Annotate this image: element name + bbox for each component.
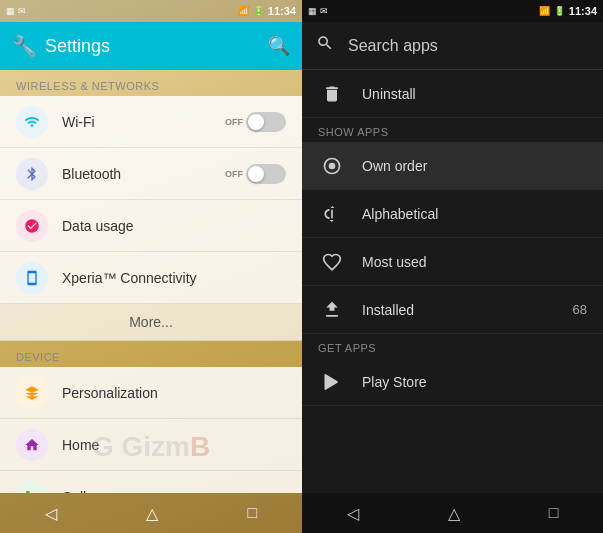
battery-icon-left: 🔋 [253, 6, 264, 16]
xperia-icon [16, 262, 48, 294]
bt-toggle-container: OFF [225, 164, 286, 184]
most-used-icon [318, 248, 346, 276]
status-right-info: 📶 🔋 11:34 [539, 5, 597, 17]
svg-point-1 [329, 162, 336, 169]
wifi-label: Wi-Fi [62, 114, 225, 130]
drawer-item-uninstall[interactable]: Uninstall [302, 70, 603, 118]
recents-button-right[interactable]: □ [541, 496, 567, 530]
settings-item-bluetooth[interactable]: Bluetooth OFF [0, 148, 302, 200]
app-drawer-panel: ▦ ✉ 📶 🔋 11:34 Search apps Uninstall SHOW… [302, 0, 603, 533]
settings-panel: ▦ ✉ 📶 🔋 11:34 🔧 Settings 🔍 WIRELESS & NE… [0, 0, 302, 533]
drawer-item-most-used[interactable]: Most used [302, 238, 603, 286]
nav-bar-left: ◁ △ □ [0, 493, 302, 533]
drawer-search-icon [316, 34, 334, 57]
settings-item-home[interactable]: Home [0, 419, 302, 471]
section-header-wireless: WIRELESS & NETWORKS [0, 70, 302, 96]
wifi-toggle[interactable] [246, 112, 286, 132]
show-apps-header: SHOW APPS [302, 118, 603, 142]
time-right: 11:34 [569, 5, 597, 17]
drawer-item-installed[interactable]: Installed 68 [302, 286, 603, 334]
alphabetical-icon [318, 200, 346, 228]
settings-item-call[interactable]: Call [0, 471, 302, 493]
bluetooth-toggle[interactable] [246, 164, 286, 184]
more-item[interactable]: More... [0, 304, 302, 341]
own-order-label: Own order [362, 158, 587, 174]
sim-icon-right: ✉ [320, 6, 328, 16]
bt-toggle-knob [248, 166, 264, 182]
drawer-item-play-store[interactable]: Play Store [302, 358, 603, 406]
back-button-right[interactable]: ◁ [339, 496, 367, 531]
uninstall-icon [318, 80, 346, 108]
wifi-icon [16, 106, 48, 138]
data-usage-label: Data usage [62, 218, 286, 234]
home-button-left[interactable]: △ [138, 496, 166, 531]
recents-button-left[interactable]: □ [240, 496, 266, 530]
own-order-icon [318, 152, 346, 180]
settings-title: Settings [45, 36, 110, 57]
signal-icon-right: 📶 [539, 6, 550, 16]
settings-content: WIRELESS & NETWORKS Wi-Fi OFF Bluetooth … [0, 70, 302, 493]
section-header-device: DEVICE [0, 341, 302, 367]
drawer-item-alphabetical[interactable]: Alphabetical [302, 190, 603, 238]
play-store-icon [318, 368, 346, 396]
wifi-toggle-knob [248, 114, 264, 130]
status-bar-right: ▦ ✉ 📶 🔋 11:34 [302, 0, 603, 22]
wifi-toggle-container: OFF [225, 112, 286, 132]
home-button-right[interactable]: △ [440, 496, 468, 531]
settings-item-data-usage[interactable]: Data usage [0, 200, 302, 252]
sim-icon: ✉ [18, 6, 26, 16]
more-label: More... [129, 314, 173, 330]
drawer-content: Uninstall SHOW APPS Own order Alphabetic… [302, 70, 603, 493]
home-label: Home [62, 437, 286, 453]
installed-icon [318, 296, 346, 324]
time-left: 11:34 [268, 5, 296, 17]
nav-bar-right: ◁ △ □ [302, 493, 603, 533]
personalization-icon [16, 377, 48, 409]
personalization-label: Personalization [62, 385, 286, 401]
search-button[interactable]: 🔍 [268, 35, 290, 57]
call-icon [16, 481, 48, 494]
settings-item-wifi[interactable]: Wi-Fi OFF [0, 96, 302, 148]
drawer-item-own-order[interactable]: Own order [302, 142, 603, 190]
data-usage-icon [16, 210, 48, 242]
installed-badge: 68 [573, 302, 587, 317]
search-apps-label: Search apps [348, 37, 438, 55]
xperia-label: Xperia™ Connectivity [62, 270, 286, 286]
installed-label: Installed [362, 302, 573, 318]
home-icon [16, 429, 48, 461]
status-icons-right: ▦ ✉ [308, 6, 328, 16]
bluetooth-label: Bluetooth [62, 166, 225, 182]
play-store-label: Play Store [362, 374, 587, 390]
drawer-toolbar: Search apps [302, 22, 603, 70]
settings-wrench-icon: 🔧 [12, 34, 37, 58]
settings-item-personalization[interactable]: Personalization [0, 367, 302, 419]
signal-icon: 📶 [238, 6, 249, 16]
notif-icon-right: ▦ [308, 6, 317, 16]
settings-title-row: 🔧 Settings [12, 34, 110, 58]
uninstall-label: Uninstall [362, 86, 587, 102]
bluetooth-icon [16, 158, 48, 190]
status-icons-left: ▦ ✉ [6, 6, 26, 16]
settings-toolbar: 🔧 Settings 🔍 [0, 22, 302, 70]
notification-icon: ▦ [6, 6, 15, 16]
settings-item-xperia[interactable]: Xperia™ Connectivity [0, 252, 302, 304]
alphabetical-label: Alphabetical [362, 206, 587, 222]
back-button-left[interactable]: ◁ [37, 496, 65, 531]
get-apps-header: GET APPS [302, 334, 603, 358]
status-bar-left: ▦ ✉ 📶 🔋 11:34 [0, 0, 302, 22]
battery-icon-right: 🔋 [554, 6, 565, 16]
most-used-label: Most used [362, 254, 587, 270]
